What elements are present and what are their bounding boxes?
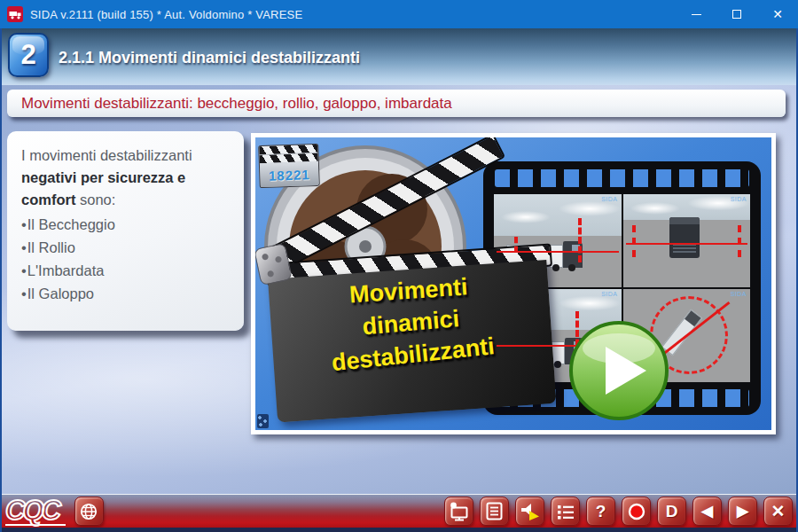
previous-button[interactable]: ◀ <box>692 497 722 526</box>
dictionary-button[interactable]: D <box>657 497 686 526</box>
logo-stamp-icon <box>257 414 269 428</box>
film-sprockets-top <box>495 169 749 187</box>
video-player[interactable]: SIDA SIDA <box>251 133 776 434</box>
minimize-button[interactable] <box>676 0 716 28</box>
previous-arrow-icon: ◀ <box>701 504 713 519</box>
window-left-border <box>0 28 2 532</box>
question-icon: ? <box>596 503 606 520</box>
play-button[interactable] <box>567 319 670 422</box>
clapperboard: Movimenti dinamici destabilizzanti <box>268 260 557 423</box>
info-panel: I movimenti destabilizzanti negativi per… <box>7 131 244 331</box>
subtitle-bar: Movimenti destabilizzanti: beccheggio, r… <box>7 90 786 117</box>
document-icon <box>486 502 503 520</box>
list-item: •L'Imbardata <box>21 259 233 282</box>
cqc-logo: CQC <box>5 497 66 526</box>
clip-number: 18221 <box>260 161 319 188</box>
frame-watermark: SIDA <box>731 291 747 297</box>
close-icon: ✕ <box>772 8 783 20</box>
tutor-button[interactable] <box>444 497 473 526</box>
movement-list: •Il Beccheggio •Il Rollio •L'Imbardata •… <box>21 213 233 305</box>
speaker-icon <box>520 502 540 521</box>
window-title: SIDA v.2111 (build 155) * Aut. Voldomino… <box>30 8 302 21</box>
exit-button[interactable]: ✕ <box>763 497 793 526</box>
toolbar-buttons: ? D ◀ ▶ ✕ <box>444 497 793 526</box>
tutor-monitor-icon <box>449 502 470 521</box>
section-header: 2 2.1.1 Movimenti dinamici destabilizzan… <box>0 28 798 85</box>
record-button[interactable] <box>622 497 651 526</box>
audio-button[interactable] <box>515 497 544 526</box>
list-item: •Il Beccheggio <box>21 213 233 236</box>
maximize-button[interactable] <box>716 0 757 28</box>
clip-number-icon: 18221 <box>258 144 320 188</box>
frame-roll: SIDA <box>623 194 751 287</box>
app-window: SIDA v.2111 (build 155) * Aut. Voldomino… <box>0 0 798 532</box>
section-title: 2.1.1 Movimenti dinamici destabilizzanti <box>59 49 360 67</box>
list-item: •Il Rollio <box>21 236 233 259</box>
frame-watermark: SIDA <box>601 196 617 202</box>
chapter-badge: 2 <box>8 33 49 77</box>
list-item: •Il Galoppo <box>21 282 233 305</box>
subtitle-text: Movimenti destabilizzanti: beccheggio, r… <box>21 95 452 113</box>
globe-icon <box>79 502 98 521</box>
help-button[interactable]: ? <box>586 497 615 526</box>
next-button[interactable]: ▶ <box>728 497 757 526</box>
next-arrow-icon: ▶ <box>737 504 748 519</box>
maximize-icon <box>732 10 741 19</box>
frame-watermark: SIDA <box>731 196 747 202</box>
topics-button[interactable] <box>551 497 580 526</box>
caption-buttons: ✕ <box>676 0 798 28</box>
app-truck-icon <box>7 6 23 22</box>
chapter-number: 2 <box>20 39 35 71</box>
language-button[interactable] <box>74 497 104 526</box>
frame-watermark: SIDA <box>601 291 617 297</box>
close-button[interactable]: ✕ <box>757 0 798 28</box>
record-icon <box>627 502 646 521</box>
bottom-toolbar: CQC <box>0 494 798 528</box>
video-thumbnail: SIDA SIDA <box>255 137 771 430</box>
dictionary-icon: D <box>666 503 678 520</box>
text-button[interactable] <box>480 497 509 526</box>
list-icon <box>556 503 575 520</box>
exit-x-icon: ✕ <box>771 503 786 520</box>
title-bar: SIDA v.2111 (build 155) * Aut. Voldomino… <box>0 0 798 28</box>
window-bottom-border <box>0 528 798 532</box>
info-intro: I movimenti destabilizzanti negativi per… <box>21 145 233 211</box>
minimize-icon <box>692 14 701 15</box>
